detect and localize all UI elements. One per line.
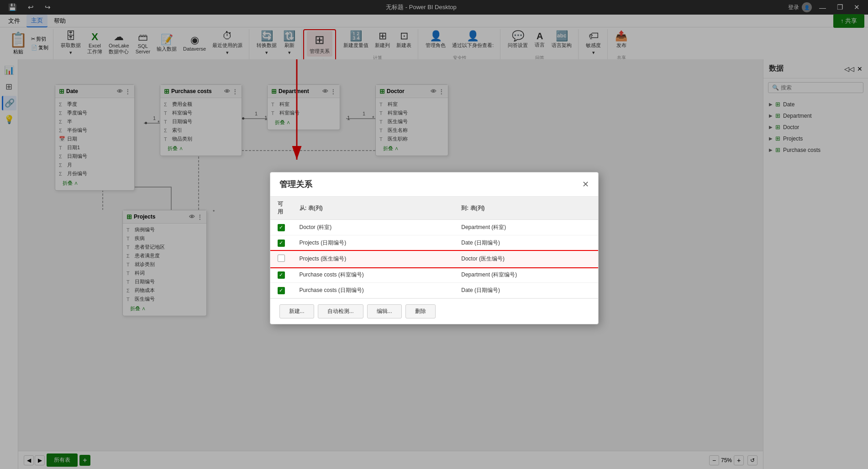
dialog-overlay: 管理关系 ✕ 可用 从: 表(列) 到: 表(列) ✓ Doctor (科室) … (0, 0, 868, 68)
